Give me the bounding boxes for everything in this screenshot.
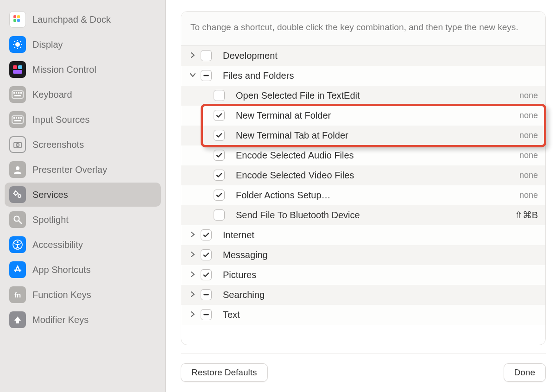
- shortcut-value[interactable]: none: [519, 151, 538, 160]
- sidebar-item-label: Screenshots: [32, 139, 84, 150]
- row-label: Send File To Bluetooth Device: [236, 210, 515, 221]
- svg-rect-23: [13, 117, 15, 119]
- row-label: New Terminal Tab at Folder: [236, 130, 519, 141]
- row-label: Encode Selected Video Files: [236, 170, 519, 181]
- svg-rect-15: [13, 70, 22, 74]
- sidebar-item-keyboard[interactable]: Keyboard: [5, 82, 161, 107]
- checkbox[interactable]: [214, 150, 225, 161]
- footer: Restore Defaults Done: [166, 354, 556, 392]
- checkbox[interactable]: [201, 70, 212, 81]
- row-label: Pictures: [223, 270, 538, 280]
- appstore-icon: [9, 261, 26, 278]
- sidebar-item-function-keys[interactable]: fnFunction Keys: [5, 283, 161, 307]
- category-row-text[interactable]: Text: [181, 305, 545, 325]
- checkbox[interactable]: [214, 170, 225, 181]
- shortcut-value[interactable]: none: [519, 91, 538, 101]
- sidebar-item-mission-control[interactable]: Mission Control: [5, 57, 161, 82]
- service-row-encode-selected-video-files[interactable]: Encode Selected Video Filesnone: [181, 165, 545, 185]
- checkbox[interactable]: [201, 269, 212, 280]
- svg-point-4: [15, 42, 20, 47]
- chevron-right-icon[interactable]: [188, 51, 198, 60]
- shortcut-value[interactable]: none: [519, 190, 538, 200]
- svg-rect-24: [16, 117, 17, 119]
- svg-rect-0: [13, 15, 16, 18]
- sidebar-item-label: Function Keys: [32, 290, 91, 300]
- category-row-internet[interactable]: Internet: [181, 225, 545, 245]
- category-row-pictures[interactable]: Pictures: [181, 265, 545, 285]
- sidebar-item-label: Display: [32, 39, 63, 50]
- checkbox[interactable]: [214, 90, 225, 101]
- sidebar-item-screenshots[interactable]: Screenshots: [5, 133, 161, 157]
- svg-point-33: [18, 195, 21, 197]
- svg-rect-14: [18, 65, 22, 69]
- svg-rect-21: [14, 95, 21, 96]
- checkbox[interactable]: [214, 110, 225, 121]
- checkbox[interactable]: [214, 130, 225, 141]
- sidebar-item-services[interactable]: Services: [5, 183, 161, 207]
- keyboard-icon: [9, 86, 26, 103]
- service-row-folder-actions-setup-[interactable]: Folder Actions Setup…none: [181, 185, 545, 205]
- chevron-right-icon[interactable]: [188, 251, 198, 259]
- chevron-right-icon[interactable]: [188, 271, 198, 279]
- checkbox[interactable]: [201, 249, 212, 260]
- checkbox[interactable]: [201, 289, 212, 300]
- checkbox[interactable]: [214, 209, 225, 221]
- sidebar-item-app-shortcuts[interactable]: App Shortcuts: [5, 258, 161, 282]
- svg-line-9: [14, 41, 15, 42]
- camera-icon: [9, 136, 26, 153]
- svg-line-12: [20, 41, 21, 42]
- service-row-new-terminal-tab-at-folder[interactable]: New Terminal Tab at Foldernone: [181, 126, 545, 145]
- chevron-right-icon[interactable]: [188, 310, 198, 319]
- row-label: Messaging: [223, 250, 538, 260]
- svg-rect-17: [13, 92, 15, 94]
- gears-icon: [9, 186, 26, 203]
- sidebar-item-input-sources[interactable]: Input Sources: [5, 107, 161, 132]
- chevron-right-icon[interactable]: [188, 291, 198, 299]
- svg-rect-26: [20, 117, 22, 119]
- shortcut-value[interactable]: none: [519, 171, 538, 180]
- service-row-new-terminal-at-folder[interactable]: New Terminal at Foldernone: [181, 106, 545, 126]
- svg-rect-27: [14, 120, 21, 121]
- sidebar-item-label: Services: [32, 190, 68, 200]
- sidebar-item-modifier-keys[interactable]: Modifier Keys: [5, 308, 161, 332]
- chevron-down-icon[interactable]: [188, 71, 198, 80]
- display-icon: [9, 36, 26, 53]
- sidebar-item-launchpad-dock[interactable]: Launchpad & Dock: [5, 7, 161, 32]
- sidebar-item-label: Accessibility: [32, 240, 83, 250]
- restore-defaults-button[interactable]: Restore Defaults: [181, 363, 268, 382]
- sidebar-item-label: Mission Control: [32, 64, 96, 75]
- sidebar: Launchpad & DockDisplayMission ControlKe…: [0, 0, 166, 392]
- shortcut-value[interactable]: ⇧⌘B: [515, 209, 538, 221]
- row-label: Open Selected File in TextEdit: [236, 90, 519, 101]
- svg-rect-18: [16, 92, 17, 94]
- category-row-searching[interactable]: Searching: [181, 285, 545, 305]
- svg-rect-16: [12, 91, 23, 98]
- category-row-development[interactable]: Development: [181, 46, 545, 66]
- checkbox[interactable]: [201, 229, 212, 240]
- shortcut-value[interactable]: none: [519, 131, 538, 140]
- svg-line-39: [19, 221, 21, 223]
- category-row-messaging[interactable]: Messaging: [181, 245, 545, 265]
- chevron-right-icon[interactable]: [188, 231, 198, 239]
- checkbox[interactable]: [201, 50, 212, 61]
- category-row-files-and-folders[interactable]: Files and Folders: [181, 66, 545, 86]
- service-row-send-file-to-bluetooth-device[interactable]: Send File To Bluetooth Device⇧⌘B: [181, 205, 545, 225]
- sidebar-item-accessibility[interactable]: Accessibility: [5, 233, 161, 257]
- checkbox[interactable]: [201, 309, 212, 320]
- sidebar-item-label: Spotlight: [32, 215, 69, 225]
- sidebar-item-presenter-overlay[interactable]: Presenter Overlay: [5, 158, 161, 182]
- service-row-open-selected-file-in-textedit[interactable]: Open Selected File in TextEditnone: [181, 86, 545, 106]
- sidebar-item-spotlight[interactable]: Spotlight: [5, 208, 161, 232]
- row-label: Searching: [223, 290, 538, 300]
- svg-rect-22: [12, 116, 23, 123]
- accessibility-icon: [9, 236, 26, 253]
- sidebar-item-display[interactable]: Display: [5, 32, 161, 57]
- done-button[interactable]: Done: [504, 363, 546, 382]
- row-label: New Terminal at Folder: [236, 110, 519, 121]
- main-content: To change a shortcut, double click the k…: [166, 0, 556, 392]
- row-label: Files and Folders: [223, 70, 538, 81]
- service-row-encode-selected-audio-files[interactable]: Encode Selected Audio Filesnone: [181, 145, 545, 165]
- checkbox[interactable]: [214, 190, 225, 201]
- svg-point-32: [14, 192, 18, 195]
- shortcut-value[interactable]: none: [519, 111, 538, 120]
